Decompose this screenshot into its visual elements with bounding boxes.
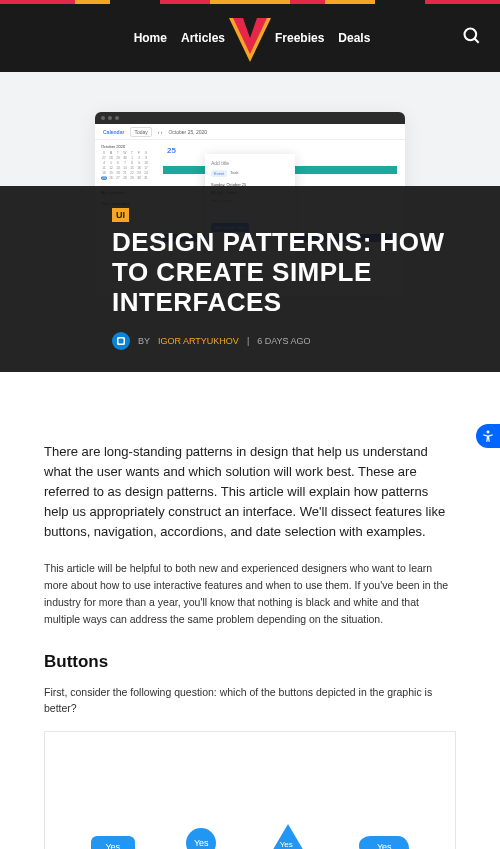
cal-app-label: Calendar bbox=[103, 129, 124, 135]
category-badge[interactable]: UI bbox=[112, 208, 129, 222]
accessibility-button[interactable] bbox=[476, 424, 500, 448]
svg-point-2 bbox=[465, 29, 477, 41]
cal-date: October 25, 2020 bbox=[168, 129, 207, 135]
cal-month-header: October 2020 bbox=[101, 144, 157, 149]
article-content: There are long-standing patterns in desi… bbox=[0, 372, 500, 849]
article-lede: There are long-standing patterns in desi… bbox=[44, 442, 456, 543]
nav-left: Home Articles bbox=[18, 31, 225, 45]
popup-task-tab: Task bbox=[230, 170, 238, 177]
hero-section: Calendar Today ‹ › October 25, 2020 Octo… bbox=[0, 72, 500, 372]
svg-point-6 bbox=[487, 430, 490, 433]
example-button-circle: Yes bbox=[186, 828, 216, 849]
by-prefix: BY bbox=[138, 336, 150, 346]
nav-freebies[interactable]: Freebies bbox=[275, 31, 324, 45]
popup-event-tab: Event bbox=[211, 170, 227, 177]
example-button-cloud: Yes bbox=[359, 836, 409, 849]
article-sub: This article will be helpful to both new… bbox=[44, 560, 456, 627]
popup-title: Add title bbox=[211, 160, 289, 166]
cal-today-btn: Today bbox=[130, 127, 151, 137]
buttons-intro: First, consider the following question: … bbox=[44, 684, 456, 718]
buttons-example-figure: Yes Yes Yes Yes bbox=[44, 731, 456, 849]
cal-day-number: 25 bbox=[167, 146, 176, 155]
author-link[interactable]: IGOR ARTYUKHOV bbox=[158, 336, 239, 346]
nav-home[interactable]: Home bbox=[134, 31, 167, 45]
search-icon[interactable] bbox=[462, 32, 482, 49]
mini-calendar: SMTWTFS 27282930123 45678910 11121314151… bbox=[101, 151, 157, 180]
site-header: Home Articles Freebies Deals bbox=[0, 4, 500, 72]
example-button-triangle: Yes bbox=[268, 824, 308, 849]
svg-rect-5 bbox=[119, 338, 124, 343]
article-title: DESIGN PATTERNS: HOW TO CREATE SIMPLE IN… bbox=[112, 228, 472, 318]
example-button-rounded: Yes bbox=[91, 836, 135, 849]
browser-chrome bbox=[95, 112, 405, 124]
nav-deals[interactable]: Deals bbox=[338, 31, 370, 45]
byline: BY IGOR ARTYUKHOV | 6 DAYS AGO bbox=[112, 332, 472, 350]
byline-separator: | bbox=[247, 336, 249, 346]
nav-articles[interactable]: Articles bbox=[181, 31, 225, 45]
article-title-overlay: UI DESIGN PATTERNS: HOW TO CREATE SIMPLE… bbox=[0, 186, 500, 372]
site-logo[interactable] bbox=[223, 12, 277, 70]
section-heading-buttons: Buttons bbox=[44, 652, 456, 672]
author-avatar[interactable] bbox=[112, 332, 130, 350]
publish-date: 6 DAYS AGO bbox=[257, 336, 310, 346]
svg-line-3 bbox=[475, 39, 479, 43]
